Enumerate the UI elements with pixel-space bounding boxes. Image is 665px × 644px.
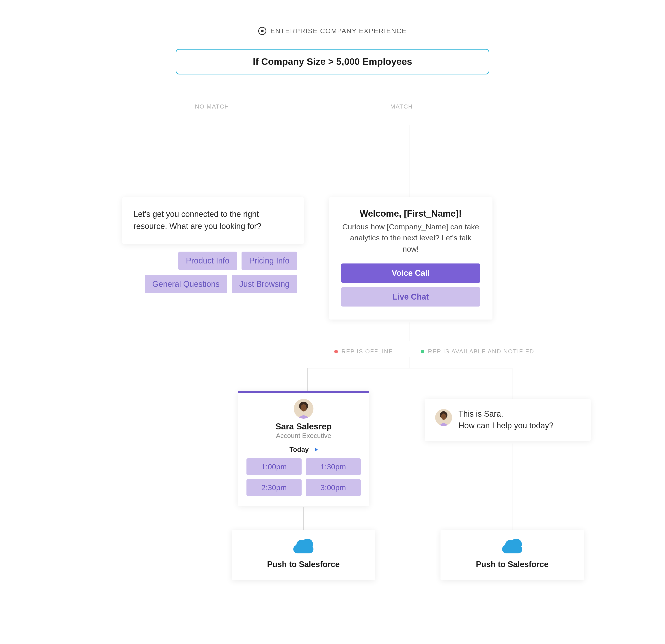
connector [210, 125, 210, 197]
time-slot[interactable]: 1:30pm [306, 458, 361, 475]
date-selector: Today [238, 446, 369, 454]
chip-general-questions[interactable]: General Questions [145, 275, 227, 293]
status-offline-text: REP IS OFFLINE [341, 348, 393, 355]
push-salesforce-card-left: Push to Salesforce [232, 530, 375, 580]
next-day-arrow-icon[interactable] [315, 447, 318, 452]
scheduler-card: Sara Salesrep Account Executive Today 1:… [238, 391, 369, 506]
chat-line-2: How can I help you today? [458, 420, 553, 431]
prompt-text: Let's get you connected to the right res… [134, 208, 292, 232]
live-chat-card: This is Sara. How can I help you today? [425, 399, 591, 441]
branch-match-label: MATCH [390, 103, 413, 110]
rep-title: Account Executive [238, 432, 369, 440]
chip-product-info[interactable]: Product Info [178, 252, 237, 270]
rep-avatar [294, 399, 314, 419]
status-dot-green-icon [421, 350, 424, 353]
chip-pricing-info[interactable]: Pricing Info [242, 252, 297, 270]
connector [310, 108, 310, 125]
live-chat-button[interactable]: Live Chat [341, 287, 480, 307]
target-icon [258, 27, 266, 35]
connector [210, 125, 410, 125]
status-dot-red-icon [334, 350, 338, 353]
welcome-card: Welcome, [First_Name]! Curious how [Comp… [329, 197, 493, 319]
connector [512, 443, 512, 530]
time-slot[interactable]: 2:30pm [246, 479, 302, 496]
welcome-title: Welcome, [First_Name]! [341, 208, 480, 219]
chat-line-1: This is Sara. [458, 408, 553, 420]
connector [410, 357, 410, 368]
connector [512, 368, 512, 399]
time-slot[interactable]: 1:00pm [246, 458, 302, 475]
page-header: ENTERPRISE COMPANY EXPERIENCE [258, 27, 407, 35]
header-label: ENTERPRISE COMPANY EXPERIENCE [270, 27, 407, 35]
voice-call-button[interactable]: Voice Call [341, 263, 480, 283]
connector [307, 368, 308, 391]
connector [410, 125, 410, 197]
salesforce-cloud-icon [293, 539, 314, 553]
time-slot[interactable]: 3:00pm [306, 479, 361, 496]
today-label: Today [289, 446, 309, 454]
status-available: REP IS AVAILABLE AND NOTIFIED [421, 348, 534, 355]
svg-point-2 [301, 404, 306, 411]
push-salesforce-card-right: Push to Salesforce [440, 530, 584, 580]
connector [307, 368, 512, 368]
connector [410, 323, 410, 341]
push-label: Push to Salesforce [440, 560, 584, 569]
time-slots: 1:00pm 1:30pm 2:30pm 3:00pm [238, 458, 369, 506]
connector [303, 507, 304, 530]
connector [310, 76, 310, 108]
chip-just-browsing[interactable]: Just Browsing [232, 275, 297, 293]
welcome-body: Curious how [Company_Name] can take anal… [341, 221, 480, 255]
status-offline: REP IS OFFLINE [334, 348, 393, 355]
status-available-text: REP IS AVAILABLE AND NOTIFIED [428, 348, 534, 355]
condition-node: If Company Size > 5,000 Employees [176, 49, 489, 74]
chat-message: This is Sara. How can I help you today? [458, 408, 553, 431]
chip-row-2: General Questions Just Browsing [122, 275, 297, 293]
chip-row-1: Product Info Pricing Info [122, 252, 297, 270]
rep-name: Sara Salesrep [238, 422, 369, 431]
rep-avatar-small [435, 409, 452, 426]
resource-prompt-card: Let's get you connected to the right res… [122, 197, 304, 244]
salesforce-cloud-icon [502, 539, 522, 553]
connector-dashed [210, 298, 210, 345]
svg-point-5 [441, 413, 446, 420]
branch-no-match-label: NO MATCH [195, 103, 229, 110]
push-label: Push to Salesforce [232, 560, 375, 569]
